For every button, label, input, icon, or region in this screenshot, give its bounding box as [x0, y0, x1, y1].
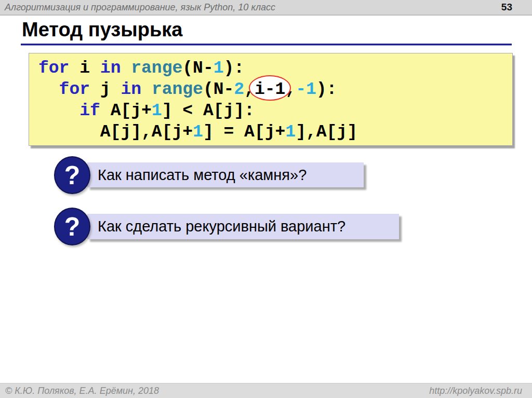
- code-token: for: [59, 80, 90, 99]
- code-token: in: [121, 80, 141, 99]
- code-token: 1: [285, 122, 296, 142]
- code-line: A[j],A[j+1] = A[j+1],A[j]: [38, 121, 512, 143]
- code-token: [121, 59, 131, 78]
- footer-bar: © К.Ю. Поляков, Е.А. Ерёмин, 2018 http:/…: [0, 383, 532, 398]
- code-token: A[j+: [100, 101, 152, 120]
- code-token: ] < A[j]:: [162, 101, 255, 120]
- code-token: ):: [224, 59, 245, 78]
- question-bubble: Как сделать рекурсивный вариант?: [87, 214, 399, 239]
- question-text: Как сделать рекурсивный вариант?: [98, 218, 345, 235]
- presentation-slide: Алгоритмизация и программирование, язык …: [0, 0, 532, 398]
- code-token: ],A[j]: [296, 122, 357, 142]
- question-mark-glyph: ?: [64, 212, 81, 242]
- question-text: Как написать метод «камня»?: [98, 167, 307, 184]
- code-block: for i in range(N-1): for j in range(N-2,…: [38, 58, 512, 143]
- code-token: -1: [296, 80, 316, 99]
- copyright-text: © К.Ю. Поляков, Е.А. Ерёмин, 2018: [5, 386, 159, 396]
- code-line: if A[j+1] < A[j]:: [38, 100, 512, 121]
- question-icon: ?: [54, 156, 90, 194]
- code-token: j: [90, 80, 121, 99]
- page-number: 53: [501, 2, 512, 13]
- code-panel: for i in range(N-1): for j in range(N-2,…: [29, 53, 513, 146]
- red-circle-annotation: i-1: [255, 79, 285, 100]
- code-token: [38, 101, 79, 120]
- footer-url: http://kpolyakov.spb.ru: [429, 386, 522, 396]
- code-token: 1: [152, 101, 162, 120]
- code-token: 2: [234, 80, 244, 99]
- code-token: [141, 80, 152, 99]
- header-bar: Алгоритмизация и программирование, язык …: [0, 0, 532, 16]
- code-token: (N-: [182, 59, 213, 78]
- code-token: A[j],A[j+: [38, 122, 193, 142]
- slide-title: Метод пузырька: [22, 19, 182, 41]
- question-bubble: Как написать метод «камня»?: [87, 162, 364, 187]
- course-title: Алгоритмизация и программирование, язык …: [5, 2, 275, 13]
- code-token: [38, 80, 59, 99]
- title-underline: [21, 44, 512, 46]
- question-icon: ?: [54, 208, 90, 245]
- code-token: if: [79, 101, 100, 120]
- question-mark-glyph: ?: [64, 160, 81, 190]
- code-line: for j in range(N-2,i-1,-1):: [38, 79, 512, 100]
- code-token: range: [152, 80, 203, 99]
- code-token: (N-: [203, 80, 234, 99]
- code-token: for: [38, 59, 69, 78]
- code-token: 1: [193, 122, 203, 142]
- code-token: 1: [214, 59, 224, 78]
- code-token: ):: [316, 80, 337, 99]
- code-token: in: [100, 59, 121, 78]
- code-token: i: [69, 59, 100, 78]
- code-token: range: [131, 59, 182, 78]
- code-token: ] = A[j+: [203, 122, 285, 142]
